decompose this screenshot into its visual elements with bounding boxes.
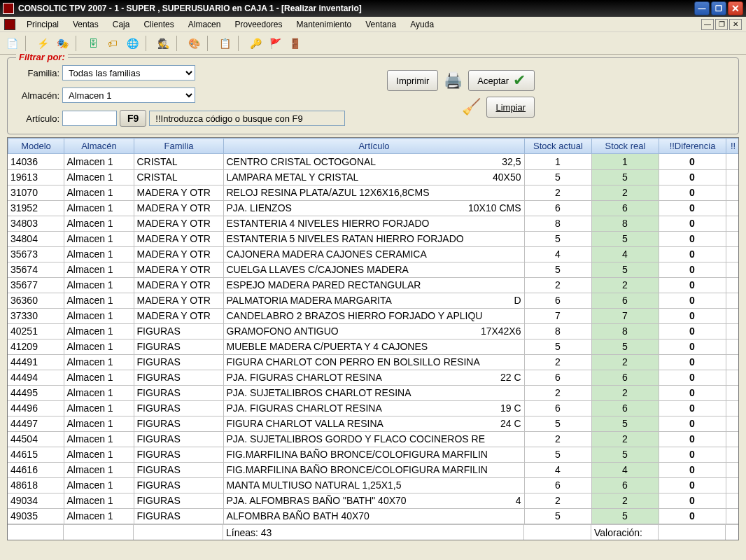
cabinet-icon[interactable]: 🗄 bbox=[85, 36, 101, 51]
cell-stock-real[interactable]: 2 bbox=[591, 277, 659, 293]
paste-icon[interactable]: 📋 bbox=[217, 36, 232, 51]
limpiar-button[interactable]: Limpiar bbox=[486, 97, 535, 118]
menu-item-ventas[interactable]: Ventas bbox=[66, 18, 106, 31]
tag-icon[interactable]: 🏷 bbox=[105, 36, 120, 51]
exit-icon[interactable]: 🚪 bbox=[287, 36, 302, 51]
table-row[interactable]: 41209Almacen 1FIGURASMUEBLE MADERA C/PUE… bbox=[8, 339, 738, 354]
cell-stock-real[interactable]: 8 bbox=[591, 323, 659, 339]
table-row[interactable]: 35673Almacen 1MADERA Y OTRCAJONERA MADER… bbox=[8, 246, 738, 262]
col-almacen[interactable]: Almacén bbox=[64, 139, 134, 154]
table-row[interactable]: 19613Almacen 1CRISTALLAMPARA METAL Y CRI… bbox=[8, 169, 738, 185]
imprimir-button[interactable]: Imprimir bbox=[387, 70, 438, 91]
minimize-button[interactable]: — bbox=[694, 1, 710, 15]
cell-stock-real[interactable]: 2 bbox=[591, 431, 659, 447]
table-row[interactable]: 48618Almacen 1FIGURASMANTA MULTIUSO NATU… bbox=[8, 477, 738, 493]
cell-stock-actual: 2 bbox=[524, 431, 591, 447]
cell-almacen: Almacen 1 bbox=[64, 447, 134, 462]
person-icon[interactable]: 🕵 bbox=[155, 36, 171, 51]
familia-select[interactable]: Todas las familias bbox=[62, 65, 195, 80]
cell-stock-real[interactable]: 6 bbox=[591, 477, 659, 493]
maximize-button[interactable]: ❐ bbox=[711, 1, 726, 15]
cell-articulo: CAJONERA MADERA CAJONES CERAMICA bbox=[223, 246, 524, 262]
table-row[interactable]: 44615Almacen 1FIGURASFIG.MARFILINA BAÑO … bbox=[8, 447, 738, 462]
cell-stock-real[interactable]: 2 bbox=[591, 354, 659, 370]
cell-stock-real[interactable]: 5 bbox=[591, 416, 659, 431]
cell-stock-actual: 2 bbox=[524, 493, 591, 508]
cell-stock-real[interactable]: 5 bbox=[591, 262, 659, 277]
flag-icon[interactable]: 🚩 bbox=[267, 36, 283, 51]
cell-familia: MADERA Y OTR bbox=[134, 200, 223, 216]
aceptar-button[interactable]: Aceptar ✔ bbox=[468, 70, 535, 91]
table-row[interactable]: 49035Almacen 1FIGURASALFOMBRA BAÑO BATH … bbox=[8, 508, 738, 524]
close-button[interactable]: ✕ bbox=[728, 1, 743, 15]
menu-item-caja[interactable]: Caja bbox=[106, 18, 137, 31]
palette-icon[interactable]: 🎨 bbox=[186, 36, 202, 51]
bolt-icon[interactable]: ⚡ bbox=[35, 36, 50, 51]
col-modelo[interactable]: Modelo bbox=[8, 139, 64, 154]
cell-stock-real[interactable]: 5 bbox=[591, 169, 659, 185]
cell-stock-real[interactable]: 7 bbox=[591, 308, 659, 323]
table-row[interactable]: 31952Almacen 1MADERA Y OTRPJA. LIENZOS10… bbox=[8, 200, 738, 216]
almacen-select[interactable]: Almacen 1 bbox=[62, 88, 195, 103]
col-diferencia[interactable]: !!Diferencia bbox=[659, 139, 726, 154]
cell-diferencia: 0 bbox=[659, 400, 726, 416]
cell-stock-real[interactable]: 6 bbox=[591, 400, 659, 416]
cell-stock-real[interactable]: 6 bbox=[591, 200, 659, 216]
cell-stock-real[interactable]: 2 bbox=[591, 185, 659, 200]
col-familia[interactable]: Familia bbox=[134, 139, 224, 154]
col-stock-actual[interactable]: Stock actual bbox=[525, 139, 592, 154]
key-icon[interactable]: 🔑 bbox=[248, 36, 263, 51]
mdi-minimize-button[interactable]: — bbox=[701, 19, 714, 30]
globe-icon[interactable]: 🌐 bbox=[125, 36, 140, 51]
articulo-input[interactable] bbox=[62, 111, 117, 126]
menu-item-mantenimiento[interactable]: Mantenimiento bbox=[290, 18, 359, 31]
table-row[interactable]: 44616Almacen 1FIGURASFIG.MARFILINA BAÑO … bbox=[8, 462, 738, 477]
cell-stock-real[interactable]: 5 bbox=[591, 508, 659, 524]
table-row[interactable]: 35674Almacen 1MADERA Y OTRCUELGA LLAVES … bbox=[8, 262, 738, 277]
cell-stock-real[interactable]: 2 bbox=[591, 385, 659, 400]
cell-familia: MADERA Y OTR bbox=[134, 231, 223, 246]
table-row[interactable]: 31070Almacen 1MADERA Y OTRRELOJ RESINA P… bbox=[8, 185, 738, 200]
table-row[interactable]: 44504Almacen 1FIGURASPJA. SUJETALIBROS G… bbox=[8, 431, 738, 447]
mask-icon[interactable]: 🎭 bbox=[55, 36, 70, 51]
table-row[interactable]: 36360Almacen 1MADERA Y OTRPALMATORIA MAD… bbox=[8, 293, 738, 308]
col-extra[interactable]: !! bbox=[726, 139, 740, 154]
col-stock-real[interactable]: Stock real bbox=[592, 139, 659, 154]
table-row[interactable]: 34803Almacen 1MADERA Y OTRESTANTERIA 4 N… bbox=[8, 216, 738, 231]
mdi-close-button[interactable]: ✕ bbox=[729, 19, 742, 30]
table-row[interactable]: 34804Almacen 1MADERA Y OTRESTANTERIA 5 N… bbox=[8, 231, 738, 246]
table-row[interactable]: 44491Almacen 1FIGURASFIGURA CHARLOT CON … bbox=[8, 354, 738, 370]
new-doc-icon[interactable]: 📄 bbox=[4, 36, 20, 51]
cell-stock-real[interactable]: 5 bbox=[591, 339, 659, 354]
menu-item-proveedores[interactable]: Proveedores bbox=[227, 18, 289, 31]
cell-stock-real[interactable]: 8 bbox=[591, 216, 659, 231]
cell-stock-real[interactable]: 1 bbox=[591, 154, 659, 169]
f9-button[interactable]: F9 bbox=[120, 110, 146, 127]
cell-stock-real[interactable]: 4 bbox=[591, 462, 659, 477]
table-row[interactable]: 14036Almacen 1CRISTALCENTRO CRISTAL OCTO… bbox=[8, 154, 738, 169]
cell-stock-real[interactable]: 2 bbox=[591, 493, 659, 508]
cell-familia: FIGURAS bbox=[134, 323, 223, 339]
table-row[interactable]: 44497Almacen 1FIGURASFIGURA CHARLOT VALL… bbox=[8, 416, 738, 431]
menu-item-principal[interactable]: Principal bbox=[20, 18, 66, 31]
aceptar-label: Aceptar bbox=[477, 76, 509, 86]
table-row[interactable]: 44495Almacen 1FIGURASPJA. SUJETALIBROS C… bbox=[8, 385, 738, 400]
table-row[interactable]: 49034Almacen 1FIGURASPJA. ALFOMBRAS BAÑO… bbox=[8, 493, 738, 508]
table-row[interactable]: 37330Almacen 1MADERA Y OTRCANDELABRO 2 B… bbox=[8, 308, 738, 323]
table-row[interactable]: 40251Almacen 1FIGURASGRAMOFONO ANTIGUO17… bbox=[8, 323, 738, 339]
cell-extra bbox=[726, 216, 738, 231]
mdi-restore-button[interactable]: ❐ bbox=[715, 19, 728, 30]
menu-item-ayuda[interactable]: Ayuda bbox=[403, 18, 441, 31]
table-row[interactable]: 35677Almacen 1MADERA Y OTRESPEJO MADERA … bbox=[8, 277, 738, 293]
menu-item-almacen[interactable]: Almacen bbox=[181, 18, 228, 31]
cell-stock-real[interactable]: 5 bbox=[591, 447, 659, 462]
table-row[interactable]: 44494Almacen 1FIGURASPJA. FIGURAS CHARLO… bbox=[8, 370, 738, 385]
cell-stock-real[interactable]: 5 bbox=[591, 231, 659, 246]
col-articulo[interactable]: Artículo bbox=[224, 139, 525, 154]
menu-item-clientes[interactable]: Clientes bbox=[136, 18, 181, 31]
cell-stock-real[interactable]: 4 bbox=[591, 246, 659, 262]
table-row[interactable]: 44496Almacen 1FIGURASPJA. FIGURAS CHARLO… bbox=[8, 400, 738, 416]
menu-item-ventana[interactable]: Ventana bbox=[358, 18, 403, 31]
cell-stock-real[interactable]: 6 bbox=[591, 293, 659, 308]
cell-stock-real[interactable]: 6 bbox=[591, 370, 659, 385]
